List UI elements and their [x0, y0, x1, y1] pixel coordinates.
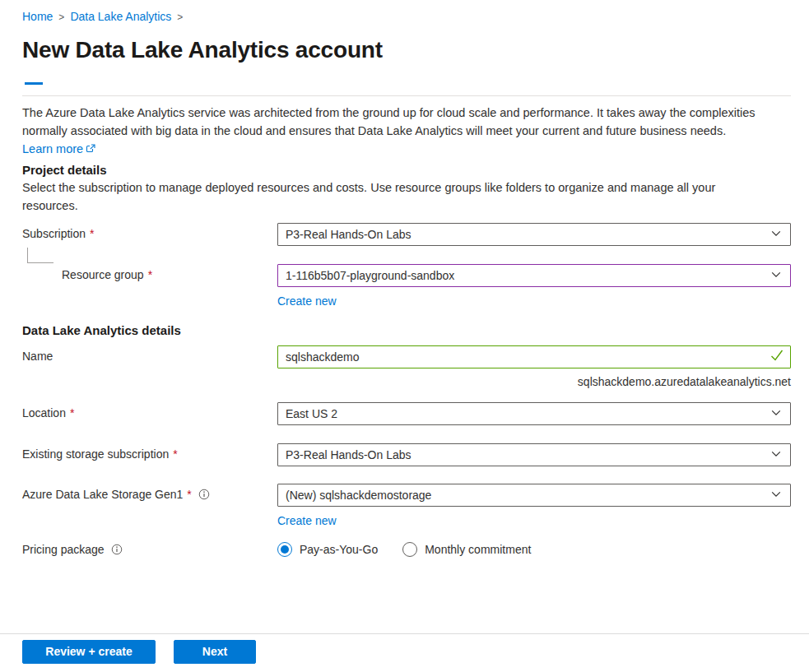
- location-value: East US 2: [286, 407, 337, 420]
- learn-more-label: Learn more: [22, 142, 83, 155]
- details-section-heading: Data Lake Analytics details: [22, 323, 791, 337]
- external-link-icon: [86, 143, 95, 156]
- location-dropdown[interactable]: East US 2: [277, 402, 791, 425]
- required-asterisk: *: [90, 227, 94, 240]
- resource-group-label-text: Resource group: [62, 268, 144, 281]
- breadcrumb-data-lake-analytics[interactable]: Data Lake Analytics: [70, 10, 171, 23]
- storage-gen1-row: Azure Data Lake Storage Gen1 * (New) sql…: [22, 484, 791, 528]
- next-button[interactable]: Next: [174, 640, 256, 664]
- resource-group-value: 1-116b5b07-playground-sandbox: [286, 269, 454, 282]
- pricing-radio-group: Pay-as-You-Go Monthly commitment: [277, 539, 791, 557]
- chevron-down-icon: [770, 448, 782, 462]
- storage-subscription-label-text: Existing storage subscription: [22, 447, 169, 461]
- info-icon[interactable]: [198, 489, 210, 500]
- radio-monthly-commitment[interactable]: Monthly commitment: [402, 542, 531, 557]
- divider: [22, 95, 791, 96]
- footer-action-bar: Review + create Next: [0, 633, 809, 672]
- storage-gen1-value: (New) sqlshackdemostorage: [286, 489, 431, 502]
- radio-pay-as-you-go[interactable]: Pay-as-You-Go: [277, 542, 378, 557]
- radio-circle: [402, 542, 417, 557]
- details-form: Name sqlshackdemo.azuredatalakeanalytics…: [22, 345, 791, 557]
- radio-label: Monthly commitment: [425, 543, 531, 556]
- pricing-label: Pricing package: [22, 539, 277, 556]
- name-label-text: Name: [22, 350, 53, 363]
- storage-subscription-row: Existing storage subscription * P3-Real …: [22, 443, 791, 466]
- name-label: Name: [22, 345, 277, 363]
- chevron-down-icon: [770, 228, 782, 242]
- storage-gen1-create-new-link[interactable]: Create new: [277, 514, 337, 527]
- storage-gen1-label: Azure Data Lake Storage Gen1 *: [22, 484, 277, 501]
- validation-check-icon: [770, 350, 783, 364]
- subscription-value: P3-Real Hands-On Labs: [286, 228, 411, 241]
- required-asterisk: *: [148, 268, 152, 281]
- breadcrumb-separator: >: [58, 11, 64, 23]
- project-details-heading: Project details: [22, 163, 791, 177]
- review-create-button[interactable]: Review + create: [22, 640, 156, 664]
- chevron-down-icon: [770, 269, 782, 283]
- create-account-page: Home > Data Lake Analytics > New Data La…: [0, 0, 809, 672]
- resource-group-label: Resource group *: [22, 264, 277, 281]
- name-input[interactable]: [277, 345, 791, 368]
- breadcrumb-separator: >: [177, 11, 183, 23]
- form: Subscription * P3-Real Hands-On Labs Res…: [22, 223, 791, 557]
- location-label: Location *: [22, 402, 277, 419]
- storage-gen1-dropdown[interactable]: (New) sqlshackdemostorage: [277, 484, 791, 507]
- name-domain-suffix: sqlshackdemo.azuredatalakeanalytics.net: [277, 375, 791, 388]
- pricing-label-text: Pricing package: [22, 543, 105, 556]
- resource-group-create-new-link[interactable]: Create new: [277, 294, 337, 308]
- project-details-description: Select the subscription to manage deploy…: [22, 178, 763, 215]
- required-asterisk: *: [173, 447, 177, 461]
- info-icon[interactable]: [111, 544, 123, 555]
- location-label-text: Location: [22, 406, 66, 419]
- chevron-down-icon: [770, 489, 782, 503]
- subscription-label-text: Subscription: [22, 227, 86, 240]
- storage-subscription-label: Existing storage subscription *: [22, 443, 277, 461]
- subscription-row: Subscription * P3-Real Hands-On Labs: [22, 223, 791, 246]
- radio-circle: [277, 542, 292, 557]
- storage-subscription-dropdown[interactable]: P3-Real Hands-On Labs: [277, 443, 791, 466]
- required-asterisk: *: [187, 488, 191, 501]
- resource-group-connector: [27, 248, 53, 263]
- radio-label: Pay-as-You-Go: [300, 543, 378, 556]
- required-asterisk: *: [70, 406, 74, 419]
- subscription-label: Subscription *: [22, 223, 277, 240]
- learn-more-link[interactable]: Learn more: [22, 142, 95, 155]
- name-row: Name sqlshackdemo.azuredatalakeanalytics…: [22, 345, 791, 388]
- chevron-down-icon: [770, 407, 782, 421]
- breadcrumb-home[interactable]: Home: [22, 10, 53, 23]
- intro-text: The Azure Data Lake Analytics service wa…: [22, 104, 790, 159]
- resource-group-row: Resource group * 1-116b5b07-playground-s…: [22, 264, 791, 308]
- page-title: New Data Lake Analytics account: [22, 37, 791, 63]
- location-row: Location * East US 2: [22, 402, 791, 425]
- pricing-row: Pricing package Pay-as-You-Go Monthly co…: [22, 539, 791, 557]
- subscription-dropdown[interactable]: P3-Real Hands-On Labs: [277, 223, 791, 246]
- active-tab-indicator: [25, 82, 43, 85]
- storage-gen1-label-text: Azure Data Lake Storage Gen1: [22, 488, 183, 501]
- breadcrumb: Home > Data Lake Analytics >: [22, 8, 791, 25]
- intro-description: The Azure Data Lake Analytics service wa…: [22, 106, 756, 137]
- resource-group-dropdown[interactable]: 1-116b5b07-playground-sandbox: [277, 264, 791, 287]
- storage-subscription-value: P3-Real Hands-On Labs: [286, 448, 411, 461]
